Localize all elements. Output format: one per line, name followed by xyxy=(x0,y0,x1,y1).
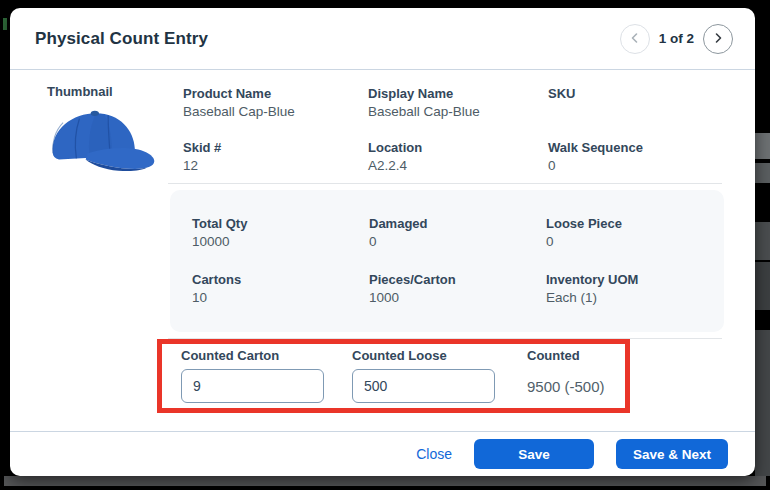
background-fragment xyxy=(4,476,766,486)
save-button[interactable]: Save xyxy=(474,439,594,469)
field-total-qty: Total Qty 10000 xyxy=(192,216,369,251)
background-fragment xyxy=(755,222,770,260)
background-fragment xyxy=(755,262,770,310)
field-damaged: Damaged 0 xyxy=(369,216,546,251)
field-display-name: Display Name Baseball Cap-Blue xyxy=(368,86,548,121)
count-entry-grid: Counted Carton Counted Loose Counted 950… xyxy=(162,344,625,403)
previous-record-button[interactable] xyxy=(620,24,650,54)
counted-carton-input[interactable] xyxy=(181,369,324,403)
product-info-grid: Product Name Baseball Cap-Blue Display N… xyxy=(183,86,733,175)
pager-position-label: 1 of 2 xyxy=(659,31,694,46)
counted-total-value: 9500 (-500) xyxy=(527,378,625,395)
chevron-left-icon xyxy=(629,30,641,48)
next-record-button[interactable] xyxy=(703,24,733,54)
field-skid-number: Skid # 12 xyxy=(183,140,368,175)
field-inventory-uom: Inventory UOM Each (1) xyxy=(546,272,724,307)
field-counted-total: Counted 9500 (-500) xyxy=(527,348,625,403)
field-sku: SKU xyxy=(548,86,733,121)
quantity-summary-panel: Total Qty 10000 Damaged 0 Loose Piece 0 … xyxy=(170,190,724,332)
field-loose-piece: Loose Piece 0 xyxy=(546,216,724,251)
section-divider xyxy=(168,183,722,184)
background-fragment xyxy=(755,163,770,183)
red-annotation-box: Counted Carton Counted Loose Counted 950… xyxy=(157,339,630,413)
baseball-cap-icon xyxy=(36,100,168,184)
field-pieces-per-carton: Pieces/Carton 1000 xyxy=(369,272,546,307)
close-button[interactable]: Close xyxy=(416,446,452,462)
counted-loose-input[interactable] xyxy=(352,369,495,403)
field-product-name: Product Name Baseball Cap-Blue xyxy=(183,86,368,121)
screenshot-stage: Physical Count Entry 1 of 2 Thumbnail xyxy=(0,0,770,490)
modal-header: Physical Count Entry 1 of 2 xyxy=(10,8,755,70)
field-cartons: Cartons 10 xyxy=(192,272,369,307)
field-counted-carton: Counted Carton xyxy=(181,348,352,403)
field-counted-loose: Counted Loose xyxy=(352,348,527,403)
page-title: Physical Count Entry xyxy=(35,29,208,49)
chevron-right-icon xyxy=(712,30,724,48)
modal-footer: Close Save Save & Next xyxy=(10,432,755,476)
save-and-next-button[interactable]: Save & Next xyxy=(616,439,728,469)
background-fragment xyxy=(3,18,7,30)
product-thumbnail-image xyxy=(36,100,168,184)
physical-count-entry-modal: Physical Count Entry 1 of 2 Thumbnail xyxy=(10,8,755,476)
background-fragment xyxy=(755,133,770,159)
thumbnail-label: Thumbnail xyxy=(47,84,113,99)
field-location: Location A2.2.4 xyxy=(368,140,548,175)
quantity-summary-grid: Total Qty 10000 Damaged 0 Loose Piece 0 … xyxy=(192,216,724,307)
field-walk-sequence: Walk Sequence 0 xyxy=(548,140,733,175)
background-fragment xyxy=(755,330,770,476)
record-pager: 1 of 2 xyxy=(620,24,733,54)
